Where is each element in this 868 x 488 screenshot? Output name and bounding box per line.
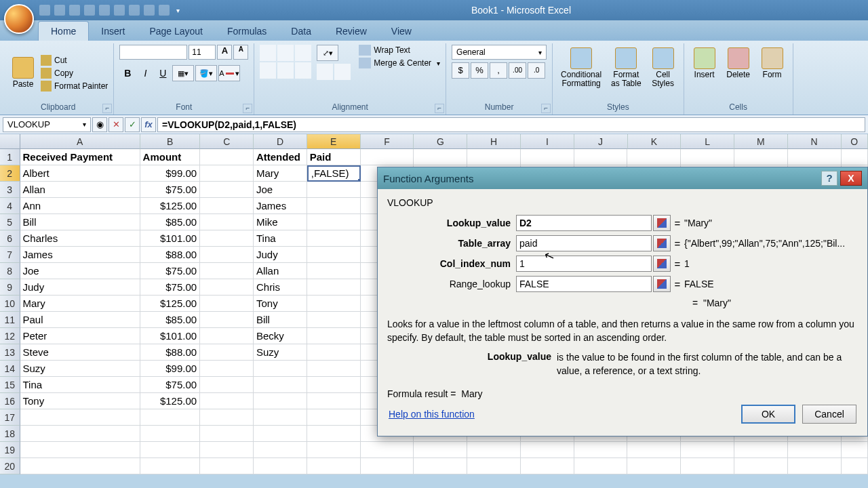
decrease-indent-button[interactable] <box>317 64 333 80</box>
cell[interactable] <box>200 230 254 247</box>
cell[interactable] <box>307 344 361 361</box>
dialog-title-bar[interactable]: Function Arguments ? X <box>378 167 867 189</box>
align-bottom-button[interactable] <box>295 45 311 61</box>
column-header-m[interactable]: M <box>734 134 788 149</box>
cell[interactable] <box>140 426 201 442</box>
tab-insert[interactable]: Insert <box>89 22 137 41</box>
row-header[interactable]: 20 <box>0 458 20 474</box>
format-painter-button[interactable]: Format Painter <box>41 81 108 92</box>
cell[interactable] <box>627 442 681 458</box>
cell[interactable]: Paid <box>307 149 361 165</box>
tab-data[interactable]: Data <box>279 22 323 41</box>
cell[interactable]: $125.00 <box>140 198 201 214</box>
cell[interactable] <box>788 458 842 474</box>
column-header-c[interactable]: C <box>200 134 254 149</box>
cell[interactable]: Mike <box>254 214 307 230</box>
cell[interactable]: Mary <box>20 296 140 312</box>
office-button[interactable] <box>4 4 34 34</box>
cell[interactable] <box>521 442 574 458</box>
column-header-i[interactable]: I <box>521 134 574 149</box>
cell[interactable] <box>140 409 201 426</box>
cell[interactable] <box>200 263 254 279</box>
cell[interactable] <box>200 328 254 344</box>
range-selector-button[interactable] <box>653 256 671 272</box>
cell[interactable] <box>414 149 467 165</box>
cell[interactable] <box>307 263 361 279</box>
cell[interactable] <box>254 361 307 377</box>
grow-font-button[interactable]: A <box>217 45 232 60</box>
insert-cells-button[interactable]: Insert <box>690 45 719 82</box>
row-header[interactable]: 17 <box>0 409 20 426</box>
qat-undo-icon[interactable] <box>54 5 65 16</box>
formula-input[interactable] <box>157 117 865 132</box>
cell[interactable] <box>200 214 254 230</box>
cell[interactable] <box>842 458 868 474</box>
cell[interactable] <box>20 426 140 442</box>
wrap-text-button[interactable]: Wrap Text <box>359 45 440 56</box>
cell[interactable]: $99.00 <box>140 361 201 377</box>
cell[interactable]: $125.00 <box>140 296 201 312</box>
cell[interactable] <box>200 198 254 214</box>
cell[interactable] <box>307 230 361 247</box>
range-selector-button[interactable] <box>653 276 671 292</box>
range-selector-button[interactable] <box>653 235 671 251</box>
cell[interactable] <box>307 214 361 230</box>
tab-review[interactable]: Review <box>323 22 379 41</box>
border-button[interactable]: ▦▾ <box>172 65 194 81</box>
cell[interactable]: Bill <box>20 214 140 230</box>
cell[interactable] <box>200 165 254 182</box>
cell[interactable]: $99.00 <box>140 165 201 182</box>
cell[interactable] <box>254 442 307 458</box>
cell[interactable] <box>307 198 361 214</box>
cell[interactable]: $75.00 <box>140 279 201 296</box>
cell[interactable] <box>200 296 254 312</box>
decrease-decimal-button[interactable]: .0 <box>528 62 545 79</box>
cell[interactable] <box>734 149 788 165</box>
cell[interactable] <box>414 458 467 474</box>
cell[interactable] <box>307 426 361 442</box>
column-header-o[interactable]: O <box>842 134 868 149</box>
increase-decimal-button[interactable]: .00 <box>509 62 526 79</box>
cancel-formula-button[interactable]: ✕ <box>108 117 123 132</box>
qat-redo-icon[interactable] <box>69 5 80 16</box>
cell[interactable]: Received Payment <box>20 149 140 165</box>
cell[interactable]: Charles <box>20 230 140 247</box>
cell[interactable] <box>254 393 307 409</box>
cell[interactable] <box>361 458 414 474</box>
cell[interactable] <box>467 149 521 165</box>
cell[interactable]: Suzy <box>20 361 140 377</box>
merge-center-button[interactable]: Merge & Center▾ <box>359 58 440 68</box>
cell[interactable]: Tina <box>254 230 307 247</box>
cell-styles-button[interactable]: Cell Styles <box>648 45 678 91</box>
cell[interactable] <box>20 442 140 458</box>
cell[interactable] <box>521 458 574 474</box>
arg-input-lookup-value[interactable] <box>516 215 652 231</box>
cell[interactable] <box>574 149 628 165</box>
cell[interactable]: Allan <box>20 182 140 198</box>
copy-button[interactable]: Copy <box>41 68 108 79</box>
cell[interactable]: $88.00 <box>140 344 201 361</box>
cell[interactable]: Suzy <box>254 344 307 361</box>
clipboard-launcher[interactable]: ⌐ <box>102 104 112 113</box>
qat-icon[interactable] <box>114 5 125 16</box>
cell[interactable]: Becky <box>254 328 307 344</box>
row-header[interactable]: 13 <box>0 344 20 361</box>
tab-formulas[interactable]: Formulas <box>215 22 279 41</box>
cell[interactable] <box>788 442 842 458</box>
cell[interactable]: $75.00 <box>140 377 201 393</box>
cell[interactable]: Attended <box>254 149 307 165</box>
column-header-b[interactable]: B <box>140 134 201 149</box>
ok-button[interactable]: OK <box>741 405 795 424</box>
dialog-close-button[interactable]: X <box>840 171 862 186</box>
cell[interactable]: Amount <box>140 149 201 165</box>
cell[interactable]: $75.00 <box>140 182 201 198</box>
cell[interactable] <box>681 458 734 474</box>
cell[interactable] <box>200 247 254 263</box>
increase-indent-button[interactable] <box>334 64 351 80</box>
cell[interactable]: Tina <box>20 377 140 393</box>
range-selector-button[interactable] <box>653 215 671 231</box>
cell[interactable]: Allan <box>254 263 307 279</box>
arg-input-table-array[interactable] <box>516 235 652 251</box>
cell[interactable] <box>200 344 254 361</box>
italic-button[interactable]: I <box>137 65 153 81</box>
